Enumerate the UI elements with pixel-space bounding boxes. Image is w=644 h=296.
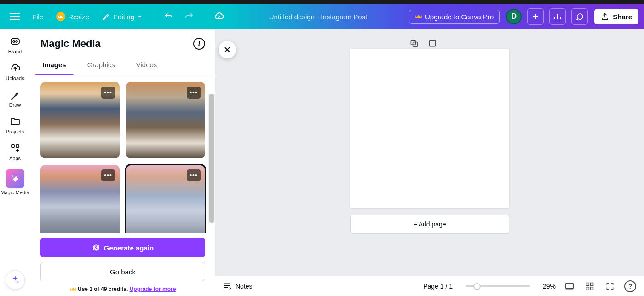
notes-label: Notes	[236, 283, 253, 290]
pencil-icon	[102, 12, 110, 21]
upgrade-button[interactable]: Upgrade to Canva Pro	[409, 10, 500, 24]
panel-scrollbar[interactable]	[208, 94, 215, 223]
document-title[interactable]: Untitled design - Instagram Post	[231, 13, 405, 21]
svg-rect-3	[12, 145, 14, 147]
add-page-icon-button[interactable]	[427, 38, 438, 49]
help-button[interactable]: ?	[624, 280, 637, 293]
rail-uploads[interactable]: Uploads	[0, 63, 30, 81]
svg-rect-9	[586, 283, 589, 285]
svg-rect-7	[429, 40, 435, 46]
close-panel-button[interactable]	[218, 41, 236, 58]
rail-brand[interactable]: Brand	[0, 36, 30, 54]
editing-label: Editing	[113, 13, 134, 21]
thumbnail-more-button[interactable]: •••	[101, 169, 115, 181]
panel-title: Magic Media	[40, 38, 101, 50]
result-thumbnail[interactable]: •••	[40, 165, 120, 233]
duplicate-page-button[interactable]	[408, 38, 420, 49]
credits-text: Use 1 of 49 credits. Upgrade for more	[40, 286, 205, 292]
svg-point-1	[13, 41, 15, 42]
rail-label: Projects	[6, 129, 24, 134]
fullscreen-icon	[605, 282, 615, 291]
fullscreen-button[interactable]	[604, 280, 616, 293]
user-avatar[interactable]: D	[506, 9, 522, 24]
result-thumbnail[interactable]: •••	[126, 165, 205, 233]
svg-rect-12	[591, 287, 593, 290]
brand-icon	[10, 36, 21, 47]
rail-projects[interactable]: Projects	[0, 116, 30, 134]
add-page-button[interactable]: + Add page	[350, 215, 509, 234]
insights-button[interactable]	[549, 8, 566, 25]
comments-button[interactable]	[571, 8, 588, 25]
canvas-stage[interactable]: + Add page	[215, 29, 644, 276]
add-page-icon	[428, 39, 437, 48]
thumbnail-more-button[interactable]: •••	[187, 87, 201, 99]
notes-button[interactable]: Notes	[223, 282, 253, 291]
redo-icon	[184, 12, 194, 22]
main-menu-button[interactable]	[6, 7, 24, 26]
rail-label: Uploads	[6, 75, 24, 81]
svg-rect-8	[566, 283, 574, 288]
top-bar: File Resize Editing Untitled design - In…	[0, 4, 644, 29]
grid-view-button[interactable]	[583, 280, 596, 293]
file-menu[interactable]: File	[28, 10, 48, 23]
bottom-bar: Notes Page 1 / 1 29% ?	[215, 276, 644, 296]
upgrade-label: Upgrade to Canva Pro	[425, 13, 494, 21]
canvas-area: + Add page Notes Page 1 / 1 29% ?	[215, 29, 644, 296]
cloud-upload-icon	[10, 63, 21, 74]
sparkle-icon	[10, 275, 20, 285]
scrollbar-thumb[interactable]	[209, 94, 214, 223]
add-member-button[interactable]	[527, 8, 544, 25]
panel-tabs: Images Graphics Videos	[30, 56, 215, 75]
rail-label: Magic Media	[0, 190, 29, 195]
duplicate-icon	[409, 39, 419, 48]
chevron-down-icon	[137, 14, 143, 19]
rail-label: Draw	[9, 102, 21, 108]
chart-icon	[553, 12, 562, 21]
svg-point-2	[16, 41, 17, 42]
result-thumbnail[interactable]: •••	[126, 82, 205, 158]
draw-icon	[10, 89, 21, 100]
undo-icon	[164, 12, 174, 22]
grid-icon	[585, 282, 594, 291]
thumbnail-more-button[interactable]: •••	[187, 169, 201, 181]
tab-images[interactable]: Images	[40, 56, 68, 75]
resize-label: Resize	[68, 13, 89, 21]
upload-icon	[601, 12, 609, 21]
svg-rect-4	[16, 145, 19, 147]
hamburger-icon	[10, 13, 20, 20]
design-page[interactable]	[350, 49, 509, 208]
rail-draw[interactable]: Draw	[0, 89, 30, 108]
cloud-sync-button[interactable]	[211, 8, 227, 25]
go-back-button[interactable]: Go back	[40, 262, 205, 281]
crown-icon	[56, 12, 65, 21]
refresh-icon	[92, 244, 100, 252]
apps-icon	[10, 143, 21, 154]
svg-rect-10	[591, 283, 593, 285]
rail-magic-media[interactable]: Magic Media	[0, 169, 30, 195]
ai-assistant-button[interactable]	[6, 270, 25, 290]
view-pages-button[interactable]	[563, 280, 576, 293]
result-thumbnail[interactable]: •••	[40, 82, 120, 158]
svg-rect-11	[586, 287, 589, 290]
page-indicator[interactable]: Page 1 / 1	[423, 283, 453, 290]
zoom-slider[interactable]	[466, 285, 530, 287]
thumbnail-more-button[interactable]: •••	[101, 87, 115, 99]
zoom-percentage[interactable]: 29%	[543, 283, 556, 290]
share-button[interactable]: Share	[594, 9, 638, 24]
tab-graphics[interactable]: Graphics	[86, 56, 117, 75]
divider	[204, 11, 204, 22]
redo-button[interactable]	[181, 8, 197, 25]
svg-rect-0	[11, 39, 19, 44]
magic-media-panel: Magic Media i Images Graphics Videos •••…	[30, 29, 215, 296]
help-icon: ?	[624, 280, 636, 292]
zoom-slider-thumb[interactable]	[474, 283, 480, 290]
rail-apps[interactable]: Apps	[0, 143, 30, 161]
resize-button[interactable]: Resize	[52, 9, 94, 24]
upgrade-credits-link[interactable]: Upgrade for more	[130, 286, 176, 292]
tab-videos[interactable]: Videos	[134, 56, 159, 75]
info-button[interactable]: i	[193, 38, 205, 50]
generate-again-button[interactable]: Generate again	[40, 238, 205, 257]
undo-button[interactable]	[161, 8, 177, 25]
pages-icon	[564, 281, 575, 291]
editing-mode-menu[interactable]: Editing	[98, 10, 147, 23]
